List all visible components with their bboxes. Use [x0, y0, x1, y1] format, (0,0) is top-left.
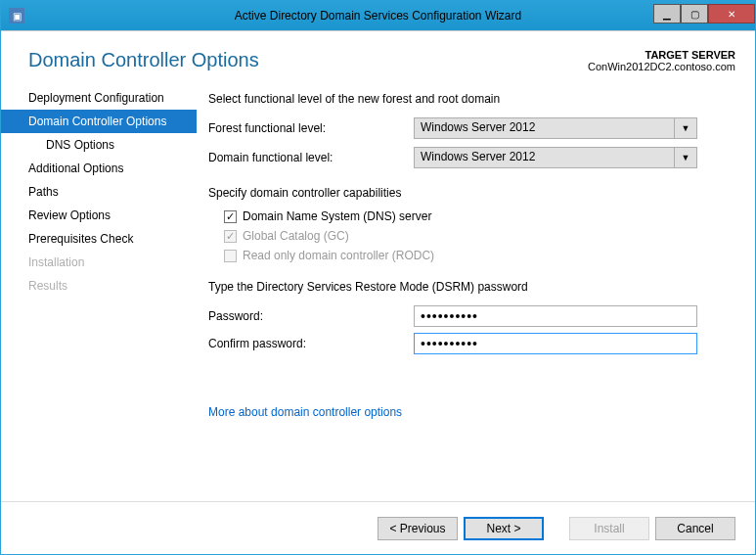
- rodc-checkbox-label: Read only domain controller (RODC): [243, 249, 434, 262]
- forest-functional-level-row: Forest functional level: Windows Server …: [208, 117, 732, 139]
- maximize-button[interactable]: ▢: [681, 4, 708, 23]
- sidebar-item-dns-options[interactable]: DNS Options: [1, 133, 197, 157]
- dsrm-intro: Type the Directory Services Restore Mode…: [208, 280, 732, 294]
- client-area: Domain Controller Options TARGET SERVER …: [1, 30, 755, 554]
- target-server-block: TARGET SERVER ConWin2012DC2.contoso.com: [588, 49, 735, 72]
- ffl-value: Windows Server 2012: [415, 118, 675, 138]
- dns-checkbox-row: Domain Name System (DNS) server: [208, 209, 732, 223]
- app-icon: ▣: [9, 8, 24, 23]
- header: Domain Controller Options TARGET SERVER …: [1, 31, 755, 82]
- minimize-icon: ▁: [663, 9, 671, 20]
- window-title: Active Directory Domain Services Configu…: [1, 9, 755, 23]
- gc-checkbox: [224, 230, 237, 243]
- dfl-value: Windows Server 2012: [415, 148, 675, 167]
- previous-button[interactable]: < Previous: [378, 517, 458, 540]
- sidebar-item-deployment-configuration[interactable]: Deployment Configuration: [1, 86, 197, 110]
- sidebar-item-domain-controller-options[interactable]: Domain Controller Options: [1, 110, 197, 133]
- sidebar: Deployment ConfigurationDomain Controlle…: [1, 82, 197, 501]
- window-controls: ▁ ▢ ✕: [653, 5, 755, 26]
- body: Deployment ConfigurationDomain Controlle…: [1, 82, 755, 501]
- password-input[interactable]: [414, 305, 697, 327]
- rodc-checkbox-row: Read only domain controller (RODC): [208, 249, 732, 262]
- page-title: Domain Controller Options: [28, 49, 259, 71]
- footer: < Previous Next > Install Cancel: [1, 501, 755, 554]
- sidebar-item-review-options[interactable]: Review Options: [1, 204, 197, 227]
- dfl-dropdown[interactable]: Windows Server 2012 ▼: [414, 147, 697, 168]
- gc-checkbox-row: Global Catalog (GC): [208, 229, 732, 243]
- functional-level-intro: Select functional level of the new fores…: [208, 92, 732, 106]
- more-link[interactable]: More about domain controller options: [208, 405, 402, 419]
- gc-checkbox-label: Global Catalog (GC): [243, 229, 349, 243]
- titlebar[interactable]: ▣ Active Directory Domain Services Confi…: [1, 1, 755, 30]
- close-icon: ✕: [728, 9, 735, 20]
- sidebar-item-prerequisites-check[interactable]: Prerequisites Check: [1, 227, 197, 251]
- confirm-password-input[interactable]: [414, 333, 697, 354]
- target-server-value: ConWin2012DC2.contoso.com: [588, 61, 735, 72]
- sidebar-item-paths[interactable]: Paths: [1, 180, 197, 204]
- install-button: Install: [569, 517, 649, 540]
- dns-checkbox[interactable]: [224, 210, 237, 223]
- ffl-dropdown[interactable]: Windows Server 2012 ▼: [414, 117, 697, 139]
- confirm-password-label: Confirm password:: [208, 337, 414, 350]
- sidebar-item-additional-options[interactable]: Additional Options: [1, 157, 197, 180]
- dfl-label: Domain functional level:: [208, 151, 414, 164]
- maximize-icon: ▢: [690, 9, 699, 20]
- capabilities-intro: Specify domain controller capabilities: [208, 186, 732, 200]
- sidebar-item-installation: Installation: [1, 251, 197, 274]
- target-server-label: TARGET SERVER: [588, 49, 735, 61]
- confirm-password-row: Confirm password:: [208, 333, 732, 354]
- password-label: Password:: [208, 309, 414, 323]
- dns-checkbox-label: Domain Name System (DNS) server: [243, 209, 431, 223]
- chevron-down-icon: ▼: [675, 148, 696, 167]
- domain-functional-level-row: Domain functional level: Windows Server …: [208, 147, 732, 168]
- ffl-label: Forest functional level:: [208, 121, 414, 135]
- sidebar-item-results: Results: [1, 274, 197, 298]
- password-row: Password:: [208, 305, 732, 327]
- content: Select functional level of the new fores…: [197, 82, 755, 501]
- close-button[interactable]: ✕: [708, 4, 755, 23]
- minimize-button[interactable]: ▁: [653, 4, 681, 23]
- chevron-down-icon: ▼: [675, 118, 696, 138]
- next-button[interactable]: Next >: [464, 517, 544, 540]
- cancel-button[interactable]: Cancel: [655, 517, 735, 540]
- rodc-checkbox: [224, 250, 237, 262]
- wizard-window: ▣ Active Directory Domain Services Confi…: [0, 0, 756, 555]
